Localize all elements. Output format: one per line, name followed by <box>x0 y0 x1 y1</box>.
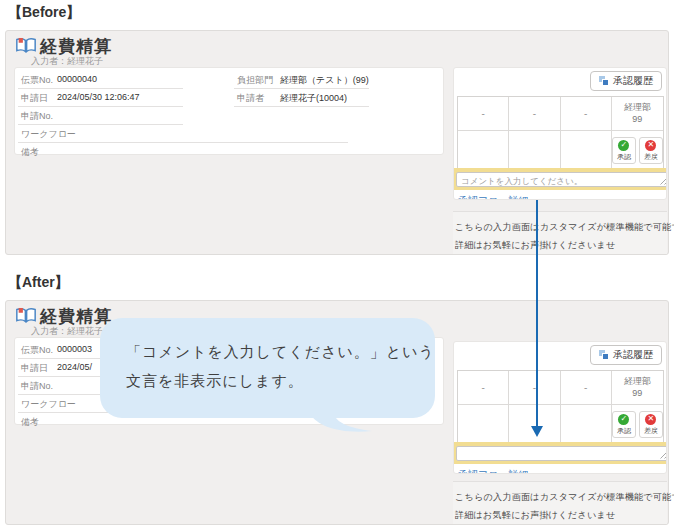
field-label: 申請No. <box>21 110 53 123</box>
approval-cell-actions: ✓ 承認 ✕ 差戻 <box>612 131 663 169</box>
approve-button[interactable]: ✓ 承認 <box>612 411 636 438</box>
book-icon <box>15 37 37 54</box>
dept-code: 99 <box>624 114 651 126</box>
after-notes-panel: こちらの入力画面はカスタマイズが標準機能で可能です 詳細はお気軽にお声掛けくださ… <box>453 481 667 524</box>
field-label: 伝票No. <box>21 344 53 357</box>
bubble-line: 「コメントを入力してください。」という <box>126 338 435 367</box>
field-label: ワークフロー <box>21 398 76 411</box>
dept-name: 経理部 <box>624 376 651 388</box>
after-approval-panel: 承認履歴 - - - 経理部99 ✓ 承認 <box>453 341 667 474</box>
after-label: 【After】 <box>8 274 69 292</box>
comment-box <box>456 446 667 461</box>
field-label: 備考 <box>21 416 39 429</box>
approval-history-button[interactable]: 承認履歴 <box>590 345 662 365</box>
approval-cell: - <box>561 371 612 405</box>
book-icon <box>15 307 37 324</box>
dept-code: 99 <box>624 388 651 400</box>
note-line: こちらの入力画面はカスタマイズが標準機能で可能です <box>455 491 674 504</box>
dept-name: 経理部 <box>624 102 651 114</box>
before-container: 経費精算 入力者：経理花子 伝票No. 00000040 申請日 2024/05… <box>5 30 669 255</box>
field-value: 2024/05/ <box>57 362 92 372</box>
flow-arrow-head-icon <box>531 426 543 437</box>
note-line: 詳細はお気軽にお声掛けくださいませ <box>455 509 615 522</box>
field-label: 負担部門 <box>237 74 273 87</box>
x-circle-icon: ✕ <box>645 414 656 425</box>
approval-cell: - <box>561 97 612 131</box>
return-button[interactable]: ✕ 差戻 <box>639 137 663 164</box>
approval-cell <box>561 405 612 443</box>
approval-flow-link[interactable]: 承認フロー詳細 <box>458 194 528 200</box>
field-value: 経理花子(10004) <box>280 92 347 105</box>
before-notes-panel: こちらの入力画面はカスタマイズが標準機能で可能です 詳細はお気軽にお声掛けくださ… <box>453 211 667 254</box>
before-approval-panel: 承認履歴 - - - 経理部99 ✓ 承認 <box>453 67 667 200</box>
field-row-slip-no: 伝票No. 00000040 <box>18 71 183 89</box>
speech-bubble: 「コメントを入力してください。」という 文言を非表示にします。 <box>100 318 435 418</box>
approve-label: 承認 <box>617 152 631 162</box>
field-row-workflow: ワークフロー <box>18 125 348 143</box>
field-row-apply-date: 申請日 2024/05/30 12:06:47 <box>18 89 183 107</box>
field-row-burden-dept: 負担部門 経理部（テスト）(99) <box>234 71 369 89</box>
check-circle-icon: ✓ <box>618 140 629 151</box>
return-label: 差戻 <box>644 152 658 162</box>
approval-cell <box>509 131 560 169</box>
field-row-remarks: 備考 <box>18 143 348 161</box>
approval-cell-dept: 経理部99 <box>612 371 663 405</box>
bubble-line: 文言を非表示にします。 <box>126 367 435 396</box>
approval-table: - - - 経理部99 ✓ 承認 ✕ <box>457 96 664 170</box>
comment-highlight <box>453 442 667 464</box>
approval-cell: - <box>458 371 509 405</box>
comment-textarea[interactable] <box>457 448 667 461</box>
field-label: 申請者 <box>237 92 264 105</box>
approval-cell-dept: 経理部99 <box>612 97 663 131</box>
page: 【Before】 経費精算 入力者：経理花子 伝票No. 00000040 申請… <box>0 0 674 530</box>
approve-label: 承認 <box>617 426 631 436</box>
field-label: 伝票No. <box>21 74 53 87</box>
approval-flow-link[interactable]: 承認フロー詳細 <box>458 468 528 474</box>
layers-icon <box>599 350 609 360</box>
field-label: ワークフロー <box>21 128 76 141</box>
approve-button[interactable]: ✓ 承認 <box>612 137 636 164</box>
x-circle-icon: ✕ <box>645 140 656 151</box>
field-label: 申請日 <box>21 92 48 105</box>
approval-cell: - <box>509 97 560 131</box>
return-button[interactable]: ✕ 差戻 <box>639 411 663 438</box>
field-row-apply-no: 申請No. <box>18 107 183 125</box>
approval-history-button[interactable]: 承認履歴 <box>590 71 662 91</box>
approval-cell: - <box>458 97 509 131</box>
approval-cell-actions: ✓ 承認 ✕ 差戻 <box>612 405 663 443</box>
comment-box <box>456 172 667 187</box>
approval-history-label: 承認履歴 <box>613 74 653 88</box>
approval-cell: - <box>509 371 560 405</box>
comment-textarea[interactable] <box>457 174 667 187</box>
field-label: 備考 <box>21 146 39 159</box>
flow-arrow <box>536 200 538 427</box>
field-value: 2024/05/30 12:06:47 <box>57 92 140 102</box>
bubble-tail <box>300 414 380 438</box>
before-form-panel: 伝票No. 00000040 申請日 2024/05/30 12:06:47 申… <box>14 67 444 155</box>
layers-icon <box>599 76 609 86</box>
return-label: 差戻 <box>644 426 658 436</box>
comment-highlight <box>453 168 667 190</box>
field-value: 00000040 <box>57 74 97 84</box>
check-circle-icon: ✓ <box>618 414 629 425</box>
field-label: 申請No. <box>21 380 53 393</box>
field-row-applicant: 申請者 経理花子(10004) <box>234 89 369 107</box>
approval-cell <box>561 131 612 169</box>
approval-cell <box>509 405 560 443</box>
before-label: 【Before】 <box>8 4 80 22</box>
field-label: 申請日 <box>21 362 48 375</box>
note-line: こちらの入力画面はカスタマイズが標準機能で可能です <box>455 221 674 234</box>
field-value: 0000003 <box>57 344 92 354</box>
approval-history-label: 承認履歴 <box>613 348 653 362</box>
approval-cell <box>458 405 509 443</box>
field-value: 経理部（テスト）(99) <box>280 74 369 87</box>
approval-cell <box>458 131 509 169</box>
approval-table: - - - 経理部99 ✓ 承認 ✕ <box>457 370 664 444</box>
